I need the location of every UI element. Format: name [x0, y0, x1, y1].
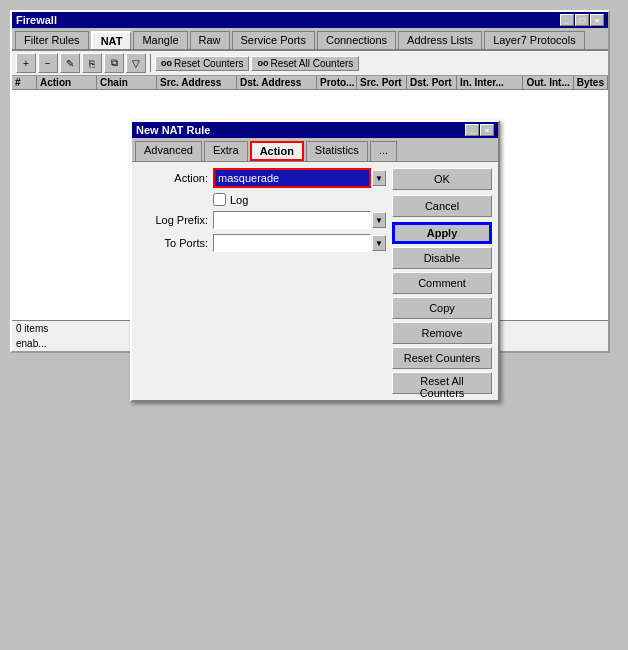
remove-button[interactable]: −: [38, 53, 58, 73]
apply-button[interactable]: Apply: [392, 222, 492, 244]
add-button[interactable]: +: [16, 53, 36, 73]
tab-filter-rules[interactable]: Filter Rules: [15, 31, 89, 49]
log-prefix-wrapper: ▼: [213, 211, 386, 229]
reset-all-counters-label: Reset All Counters: [270, 58, 353, 69]
window-controls: _ □ ×: [560, 14, 604, 26]
to-ports-label: To Ports:: [138, 237, 208, 249]
tab-statistics[interactable]: Statistics: [306, 141, 368, 161]
cancel-button[interactable]: Cancel: [392, 195, 492, 217]
col-bytes: Bytes: [574, 76, 608, 89]
table-header: # Action Chain Src. Address Dst. Address…: [12, 76, 608, 90]
ok-button[interactable]: OK: [392, 168, 492, 190]
dialog-titlebar: New NAT Rule _ ×: [132, 122, 498, 138]
window-titlebar: Firewall _ □ ×: [12, 12, 608, 28]
to-ports-row: To Ports: ▼: [138, 234, 386, 252]
dialog-form: Action: masquerade ▼ Log Log Prefix: ▼: [138, 168, 386, 394]
col-num: #: [12, 76, 37, 89]
tab-mangle[interactable]: Mangle: [133, 31, 187, 49]
dialog-body: Action: masquerade ▼ Log Log Prefix: ▼: [132, 162, 498, 400]
reset-all-counters-button[interactable]: oo Reset All Counters: [251, 56, 359, 71]
col-proto: Proto...: [317, 76, 357, 89]
disable-button[interactable]: Disable: [392, 247, 492, 269]
filter-button[interactable]: ▽: [126, 53, 146, 73]
dialog-title: New NAT Rule: [136, 124, 210, 136]
action-value: masquerade: [218, 172, 279, 184]
copy-button[interactable]: Copy: [392, 297, 492, 319]
action-dropdown-arrow[interactable]: ▼: [372, 170, 386, 186]
action-dropdown[interactable]: masquerade: [213, 168, 371, 188]
reset-counters-label: Reset Counters: [174, 58, 243, 69]
maximize-button[interactable]: □: [575, 14, 589, 26]
log-checkbox[interactable]: [213, 193, 226, 206]
remove-button[interactable]: Remove: [392, 322, 492, 344]
col-dst-port: Dst. Port: [407, 76, 457, 89]
col-action: Action: [37, 76, 97, 89]
main-toolbar: + − ✎ ⎘ ⧉ ▽ oo Reset Counters oo Reset A…: [12, 51, 608, 76]
dialog-controls: _ ×: [465, 124, 494, 136]
toolbar-separator: [150, 54, 151, 72]
comment-button[interactable]: Comment: [392, 272, 492, 294]
tab-more[interactable]: ...: [370, 141, 397, 161]
col-in-inter: In. Inter...: [457, 76, 523, 89]
tab-advanced[interactable]: Advanced: [135, 141, 202, 161]
reset-counters-button[interactable]: Reset Counters: [392, 347, 492, 369]
dialog-close-button[interactable]: ×: [480, 124, 494, 136]
col-chain: Chain: [97, 76, 157, 89]
action-row: Action: masquerade ▼: [138, 168, 386, 188]
main-tab-bar: Filter Rules NAT Mangle Raw Service Port…: [12, 28, 608, 51]
log-prefix-label: Log Prefix:: [138, 214, 208, 226]
tab-nat[interactable]: NAT: [91, 31, 132, 49]
tab-connections[interactable]: Connections: [317, 31, 396, 49]
col-src-address: Src. Address: [157, 76, 237, 89]
tab-extra[interactable]: Extra: [204, 141, 248, 161]
col-src-port: Src. Port: [357, 76, 407, 89]
enabler-text: enab...: [16, 338, 47, 349]
col-out-int: Out. Int...: [523, 76, 573, 89]
dialog-tab-bar: Advanced Extra Action Statistics ...: [132, 138, 498, 162]
tab-action[interactable]: Action: [250, 141, 304, 161]
tab-layer7[interactable]: Layer7 Protocols: [484, 31, 585, 49]
action-control-wrapper: masquerade ▼: [213, 168, 386, 188]
tab-address-lists[interactable]: Address Lists: [398, 31, 482, 49]
log-prefix-row: Log Prefix: ▼: [138, 211, 386, 229]
tab-raw[interactable]: Raw: [190, 31, 230, 49]
col-dst-address: Dst. Address: [237, 76, 317, 89]
nat-dialog: New NAT Rule _ × Advanced Extra Action S…: [130, 120, 500, 402]
dialog-actions: OK Cancel Apply Disable Comment Copy Rem…: [392, 168, 492, 394]
oo-all-icon: oo: [257, 58, 268, 68]
to-ports-input[interactable]: [213, 234, 371, 252]
dialog-minimize-button[interactable]: _: [465, 124, 479, 136]
to-ports-wrapper: ▼: [213, 234, 386, 252]
minimize-button[interactable]: _: [560, 14, 574, 26]
reset-counters-button[interactable]: oo Reset Counters: [155, 56, 249, 71]
window-title: Firewall: [16, 14, 57, 26]
tab-service-ports[interactable]: Service Ports: [232, 31, 315, 49]
to-ports-arrow[interactable]: ▼: [372, 235, 386, 251]
copy-button[interactable]: ⎘: [82, 53, 102, 73]
log-row: Log: [213, 193, 386, 206]
log-prefix-arrow[interactable]: ▼: [372, 212, 386, 228]
paste-button[interactable]: ⧉: [104, 53, 124, 73]
reset-all-counters-button[interactable]: Reset All Counters: [392, 372, 492, 394]
edit-button[interactable]: ✎: [60, 53, 80, 73]
close-button[interactable]: ×: [590, 14, 604, 26]
oo-icon: oo: [161, 58, 172, 68]
log-prefix-input[interactable]: [213, 211, 371, 229]
item-count: 0 items: [16, 323, 48, 334]
log-label: Log: [230, 194, 248, 206]
action-label: Action:: [138, 172, 208, 184]
